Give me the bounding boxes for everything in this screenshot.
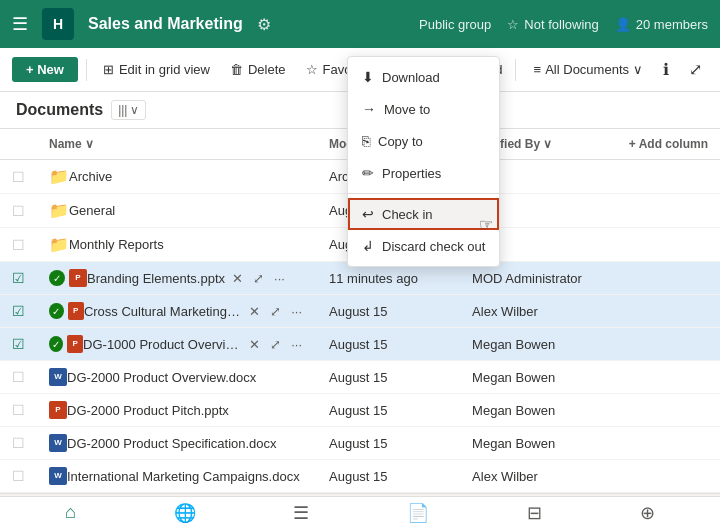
row-modified-cell: August 15 — [317, 361, 436, 394]
row-name-cell[interactable]: 📁 General — [37, 194, 317, 228]
docx-icon: W — [49, 368, 67, 386]
menu-item-download[interactable]: ⬇Download — [348, 61, 499, 93]
not-following-button[interactable]: ☆ Not following — [507, 17, 598, 32]
checkbox-checked-icon[interactable]: ☑ — [12, 303, 25, 319]
checkbox-unchecked-icon[interactable]: ☐ — [12, 435, 25, 451]
file-name-text: DG-1000 Product Overview.p... — [83, 337, 242, 352]
home-icon[interactable]: ⌂ — [65, 502, 76, 523]
table-row[interactable]: ☑ ✓P Cross Cultural Marketing Ca... ✕ ⤢ … — [0, 295, 720, 328]
row-inline-actions: ✕ ⤢ ··· — [229, 270, 288, 287]
checkbox-unchecked-icon[interactable]: ☐ — [12, 468, 25, 484]
more-row-button[interactable]: ··· — [271, 270, 288, 287]
row-modified-by-cell: Megan Bowen — [460, 394, 617, 427]
checkbox-unchecked-icon[interactable]: ☐ — [12, 237, 25, 253]
row-name-cell[interactable]: 📁 Archive — [37, 160, 317, 194]
top-nav: ☰ H Sales and Marketing ⚙ Public group ☆… — [0, 0, 720, 48]
delete-icon: 🗑 — [230, 62, 243, 77]
col-add-column[interactable]: + Add column — [617, 129, 720, 160]
view-toggle-button[interactable]: ||| ∨ — [111, 100, 146, 120]
folder-icon: 📁 — [49, 167, 69, 186]
row-name-cell[interactable]: W International Marketing Campaigns.docx — [37, 460, 317, 493]
row-name-cell[interactable]: ✓P DG-1000 Product Overview.p... ✕ ⤢ ··· — [37, 328, 317, 361]
new-button[interactable]: + New — [12, 57, 78, 82]
menu-divider — [348, 193, 499, 194]
table-row[interactable]: ☐ W DG-2000 Product Overview.docx August… — [0, 361, 720, 394]
row-spacer-cell — [436, 427, 460, 460]
row-spacer-cell — [436, 328, 460, 361]
settings-icon[interactable]: ⚙ — [257, 15, 271, 34]
menu-icon[interactable]: ☰ — [293, 502, 309, 524]
add-icon[interactable]: ⊕ — [640, 502, 655, 524]
menu-item-check-in[interactable]: ↩Check in☞ — [348, 198, 499, 230]
row-name-cell[interactable]: ✓P Branding Elements.pptx ✕ ⤢ ··· — [37, 262, 317, 295]
row-extra-cell — [617, 160, 720, 194]
members-icon: 👤 — [615, 17, 631, 32]
share-row-button[interactable]: ⤢ — [267, 303, 284, 320]
checkbox-checked-icon[interactable]: ☑ — [12, 336, 25, 352]
row-name-cell[interactable]: P DG-2000 Product Pitch.pptx — [37, 394, 317, 427]
all-documents-dropdown[interactable]: ≡ All Documents ∨ — [528, 58, 649, 81]
star-icon: ☆ — [306, 62, 318, 77]
app-logo: H — [42, 8, 74, 40]
members-text: 20 members — [636, 17, 708, 32]
toolbar-separator-1 — [86, 59, 87, 81]
menu-item-copy-to[interactable]: ⎘Copy to — [348, 125, 499, 157]
checkbox-checked-icon[interactable]: ☑ — [12, 270, 25, 286]
row-extra-cell — [617, 427, 720, 460]
row-checkbox-cell: ☑ — [0, 262, 37, 295]
expand-button[interactable]: ⤢ — [683, 56, 708, 83]
row-extra-cell — [617, 262, 720, 295]
public-group-label[interactable]: Public group — [419, 17, 491, 32]
row-extra-cell — [617, 460, 720, 493]
row-checkbox-cell: ☐ — [0, 160, 37, 194]
share-row-button[interactable]: ⤢ — [250, 270, 267, 287]
row-checkbox-cell: ☐ — [0, 228, 37, 262]
checked-out-badge: ✓ — [49, 303, 64, 319]
row-name-cell[interactable]: W DG-2000 Product Specification.docx — [37, 427, 317, 460]
table-row[interactable]: ☐ W DG-2000 Product Specification.docx A… — [0, 427, 720, 460]
table-row[interactable]: ☐ P DG-2000 Product Pitch.pptx August 15… — [0, 394, 720, 427]
docx-icon: W — [49, 467, 67, 485]
pptx-icon: P — [69, 269, 87, 287]
row-spacer-cell — [436, 460, 460, 493]
edit-grid-view-button[interactable]: ⊞ Edit in grid view — [95, 57, 218, 82]
more-row-button[interactable]: ··· — [288, 303, 305, 320]
row-checkbox-cell: ☑ — [0, 328, 37, 361]
info-button[interactable]: ℹ — [657, 56, 675, 83]
site-title: Sales and Marketing — [88, 15, 243, 33]
menu-item-discard-check-out[interactable]: ↲Discard check out — [348, 230, 499, 262]
row-modified-cell: August 15 — [317, 295, 436, 328]
row-extra-cell — [617, 295, 720, 328]
hamburger-menu-icon[interactable]: ☰ — [12, 13, 28, 35]
table-row[interactable]: ☐ W International Marketing Campaigns.do… — [0, 460, 720, 493]
row-extra-cell — [617, 194, 720, 228]
checkbox-unchecked-icon[interactable]: ☐ — [12, 369, 25, 385]
menu-item-properties[interactable]: ✏Properties — [348, 157, 499, 189]
share-row-button[interactable]: ⤢ — [267, 336, 284, 353]
not-following-text: Not following — [524, 17, 598, 32]
row-modified-cell: August 15 — [317, 328, 436, 361]
row-name-cell[interactable]: W DG-2000 Product Overview.docx — [37, 361, 317, 394]
document-icon[interactable]: 📄 — [407, 502, 429, 524]
more-row-button[interactable]: ··· — [288, 336, 305, 353]
checkbox-unchecked-icon[interactable]: ☐ — [12, 169, 25, 185]
folder-icon: 📁 — [49, 201, 69, 220]
members-button[interactable]: 👤 20 members — [615, 17, 708, 32]
file-name-text: DG-2000 Product Specification.docx — [67, 436, 277, 451]
delete-button[interactable]: 🗑 Delete — [222, 57, 294, 82]
file-name-text: Archive — [69, 169, 112, 184]
remove-row-button[interactable]: ✕ — [246, 303, 263, 320]
checkbox-unchecked-icon[interactable]: ☐ — [12, 203, 25, 219]
col-name[interactable]: Name ∨ — [37, 129, 317, 160]
row-name-cell[interactable]: ✓P Cross Cultural Marketing Ca... ✕ ⤢ ··… — [37, 295, 317, 328]
remove-row-button[interactable]: ✕ — [246, 336, 263, 353]
table-row[interactable]: ☑ ✓P DG-1000 Product Overview.p... ✕ ⤢ ·… — [0, 328, 720, 361]
remove-row-button[interactable]: ✕ — [229, 270, 246, 287]
checkbox-unchecked-icon[interactable]: ☐ — [12, 402, 25, 418]
row-extra-cell — [617, 394, 720, 427]
grid-icon[interactable]: ⊟ — [527, 502, 542, 524]
menu-item-move-to[interactable]: →Move to — [348, 93, 499, 125]
globe-icon[interactable]: 🌐 — [174, 502, 196, 524]
row-name-cell[interactable]: 📁 Monthly Reports — [37, 228, 317, 262]
file-name-text: DG-2000 Product Pitch.pptx — [67, 403, 229, 418]
